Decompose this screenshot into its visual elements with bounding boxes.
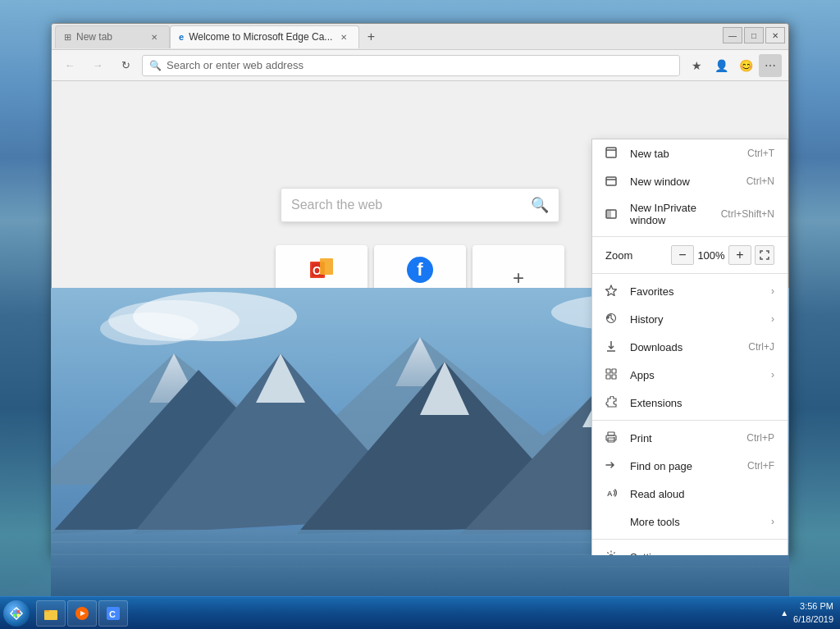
new-tab-label: New tab: [630, 148, 741, 160]
svg-rect-36: [612, 369, 616, 373]
menu-item-print[interactable]: Print Ctrl+P: [592, 424, 788, 452]
history-label: History: [630, 313, 771, 326]
new-tab-button[interactable]: +: [359, 25, 382, 48]
print-label: Print: [630, 432, 740, 444]
menu-item-new-tab[interactable]: New tab Ctrl+T: [592, 139, 788, 167]
tab-1[interactable]: ⊞ New tab ✕: [55, 25, 170, 48]
profile-button[interactable]: 👤: [710, 54, 733, 77]
menu-item-downloads[interactable]: Downloads Ctrl+J: [592, 333, 788, 361]
find-shortcut: Ctrl+F: [747, 460, 774, 472]
facebook-icon: f: [407, 257, 433, 283]
svg-rect-49: [13, 613, 16, 617]
start-button[interactable]: [0, 597, 33, 630]
start-orb: [3, 600, 30, 627]
menu-item-apps[interactable]: Apps ›: [592, 361, 788, 389]
date-display: 6/18/2019: [793, 613, 833, 626]
close-button[interactable]: ✕: [765, 27, 785, 43]
tab-2[interactable]: e Welcome to Microsoft Edge Ca... ✕: [170, 25, 359, 48]
tab-1-close[interactable]: ✕: [148, 31, 161, 43]
toolbar-actions: ★ 👤 😊 ⋯: [685, 54, 782, 77]
zoom-minus-button[interactable]: −: [671, 245, 694, 265]
minimize-button[interactable]: —: [723, 27, 742, 43]
search-box: Search the web 🔍: [281, 188, 559, 222]
tray-expand[interactable]: ▲: [780, 608, 788, 618]
menu-item-read-aloud[interactable]: A Read aloud: [592, 480, 788, 508]
divider-2: [592, 273, 788, 274]
print-shortcut: Ctrl+P: [746, 432, 774, 444]
svg-rect-37: [606, 375, 610, 379]
inprivate-shortcut: Ctrl+Shift+N: [721, 208, 774, 220]
new-window-label: New window: [630, 175, 740, 188]
dropdown-menu: New tab Ctrl+T New window Ctrl+N New: [591, 139, 788, 555]
print-icon: [605, 431, 622, 445]
tab-1-icon: ⊞: [64, 32, 71, 43]
desktop: ⊞ New tab ✕ e Welcome to Microsoft Edge …: [0, 0, 840, 629]
apps-arrow: ›: [771, 369, 774, 381]
svg-rect-27: [606, 177, 616, 185]
svg-text:C: C: [109, 609, 116, 619]
zoom-fullscreen-button[interactable]: [755, 245, 774, 265]
settings-more-button[interactable]: ⋯: [759, 54, 782, 77]
menu-item-history[interactable]: History ›: [592, 305, 788, 333]
taskbar-items: C: [33, 600, 774, 627]
zoom-plus-button[interactable]: +: [728, 245, 751, 265]
forward-button[interactable]: →: [86, 54, 109, 77]
history-icon: [605, 312, 622, 326]
menu-item-more-tools[interactable]: More tools ›: [592, 508, 788, 536]
favorites-arrow: ›: [771, 285, 774, 297]
apps-icon: [605, 368, 622, 382]
more-tools-arrow: ›: [771, 516, 774, 527]
zoom-control: Zoom − 100% +: [592, 240, 788, 270]
search-submit-icon: 🔍: [531, 196, 549, 214]
tab-2-icon: e: [179, 32, 184, 42]
svg-rect-47: [13, 610, 16, 613]
new-window-shortcut: Ctrl+N: [746, 175, 774, 187]
divider-4: [592, 539, 788, 540]
menu-item-new-window[interactable]: New window Ctrl+N: [592, 167, 788, 195]
zoom-value: 100%: [694, 249, 728, 262]
svg-rect-50: [17, 613, 21, 617]
office-icon: O: [308, 257, 335, 283]
extensions-label: Extensions: [630, 397, 774, 409]
menu-item-inprivate[interactable]: New InPrivate window Ctrl+Shift+N: [592, 195, 788, 233]
settings-icon: [605, 550, 622, 556]
search-container[interactable]: Search the web 🔍: [281, 188, 559, 222]
refresh-button[interactable]: ↻: [114, 54, 137, 77]
svg-rect-48: [17, 610, 21, 613]
svg-rect-42: [614, 437, 615, 439]
tab-1-label: New tab: [76, 31, 112, 43]
taskbar-app4[interactable]: C: [98, 600, 128, 627]
new-tab-shortcut: Ctrl+T: [747, 148, 774, 159]
downloads-shortcut: Ctrl+J: [748, 341, 774, 353]
taskbar-explorer[interactable]: [36, 600, 66, 627]
svg-rect-30: [606, 210, 611, 218]
favorites-label: Favorites: [630, 285, 771, 298]
window-controls: — □ ✕: [723, 27, 785, 43]
tab-2-close[interactable]: ✕: [337, 31, 350, 43]
zoom-label: Zoom: [605, 249, 632, 262]
svg-rect-38: [612, 375, 616, 379]
tab-2-label: Welcome to Microsoft Edge Ca...: [189, 31, 332, 43]
favorites-star-button[interactable]: ★: [685, 54, 708, 77]
menu-item-find[interactable]: Find on page Ctrl+F: [592, 452, 788, 480]
address-input[interactable]: 🔍 Search or enter web address: [142, 55, 680, 76]
new-window-icon: [605, 175, 622, 189]
emoji-button[interactable]: 😊: [734, 54, 757, 77]
history-arrow: ›: [771, 313, 774, 325]
taskbar: C ▲ 3:56 PM 6/18/2019: [0, 596, 840, 629]
svg-text:A: A: [607, 490, 613, 498]
taskbar-media[interactable]: [67, 600, 97, 627]
downloads-icon: [605, 340, 622, 354]
divider-1: [592, 236, 788, 237]
search-icon: 🔍: [149, 60, 162, 71]
find-icon: [605, 459, 622, 473]
inprivate-icon: [605, 207, 622, 221]
maximize-button[interactable]: □: [744, 27, 764, 43]
menu-item-favorites[interactable]: Favorites ›: [592, 277, 788, 305]
menu-item-extensions[interactable]: Extensions: [592, 389, 788, 417]
menu-item-settings[interactable]: Settings: [592, 543, 788, 555]
more-tools-label: More tools: [630, 516, 771, 528]
back-button[interactable]: ←: [58, 54, 81, 77]
inprivate-label: New InPrivate window: [630, 202, 714, 226]
address-text: Search or enter web address: [167, 59, 304, 71]
